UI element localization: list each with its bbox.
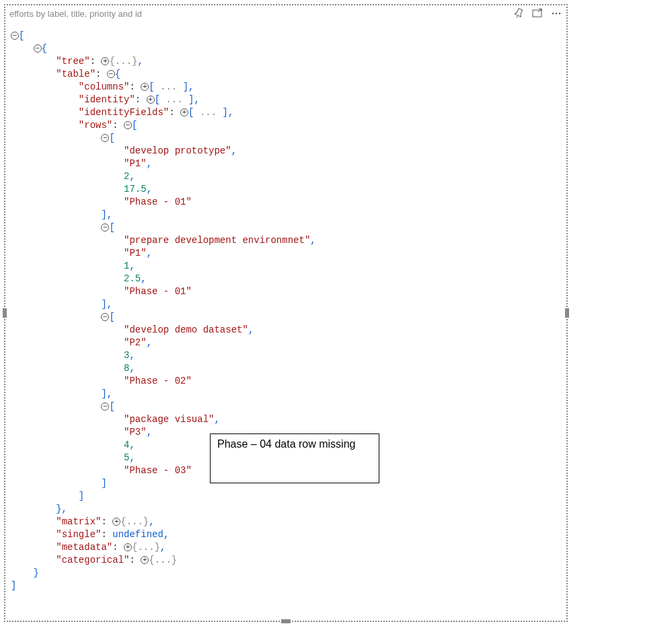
- svg-point-3: [559, 13, 560, 14]
- collapse-toggle-icon[interactable]: −: [11, 32, 19, 40]
- title-bar: efforts by label, title, priority and id: [5, 5, 566, 22]
- collapse-toggle-icon[interactable]: −: [101, 403, 109, 411]
- collapsed-object[interactable]: {...}: [109, 56, 137, 67]
- collapsed-object[interactable]: {...}: [132, 542, 160, 553]
- key-rows: rows: [84, 120, 107, 131]
- row-value: Phase - 03: [129, 465, 186, 476]
- key-identity: identity: [84, 94, 129, 105]
- focus-mode-icon[interactable]: [531, 7, 544, 20]
- resize-handle-bottom[interactable]: [281, 619, 291, 623]
- key-matrix: matrix: [62, 516, 96, 527]
- key-metadata: metadata: [62, 542, 107, 553]
- collapse-toggle-icon[interactable]: −: [124, 121, 132, 129]
- collapse-toggle-icon[interactable]: −: [101, 313, 109, 321]
- expand-toggle-icon[interactable]: +: [141, 83, 149, 91]
- svg-point-1: [552, 13, 554, 14]
- collapse-toggle-icon[interactable]: −: [107, 70, 115, 78]
- collapse-toggle-icon[interactable]: −: [101, 134, 109, 142]
- row-value: Phase - 01: [129, 197, 186, 207]
- expand-toggle-icon[interactable]: +: [141, 556, 149, 564]
- row-value: P1: [129, 248, 141, 258]
- collapsed-object[interactable]: {...}: [120, 516, 149, 527]
- title-actions: [513, 7, 562, 20]
- visual-title: efforts by label, title, priority and id: [9, 9, 513, 19]
- row-value: 2.5: [124, 273, 141, 284]
- row-value: package visual: [129, 414, 209, 425]
- row-value: P1: [129, 158, 141, 169]
- key-single: single: [62, 529, 96, 540]
- row-value: develop demo dataset: [129, 324, 242, 335]
- row-value: P3: [129, 427, 141, 438]
- expand-toggle-icon[interactable]: +: [101, 57, 109, 65]
- visual-container: efforts by label, title, priority and id…: [4, 4, 568, 622]
- resize-handle-right[interactable]: [565, 308, 569, 318]
- undefined-value: undefined: [112, 529, 163, 540]
- key-columns: columns: [84, 81, 124, 92]
- json-tree: −[ −{ "tree": +{...}, "table": −{ "colum…: [5, 22, 566, 598]
- collapsed-array[interactable]: ...: [155, 81, 183, 92]
- row-value: Phase - 02: [129, 376, 186, 386]
- pin-icon[interactable]: [513, 7, 525, 20]
- collapse-toggle-icon[interactable]: −: [101, 223, 109, 232]
- collapsed-array[interactable]: ...: [160, 94, 188, 105]
- annotation-callout: Phase – 04 data row missing: [210, 433, 379, 483]
- collapsed-array[interactable]: ...: [194, 107, 222, 118]
- expand-toggle-icon[interactable]: +: [124, 543, 132, 551]
- row-value: prepare development environmnet: [129, 235, 304, 246]
- expand-toggle-icon[interactable]: +: [112, 518, 120, 526]
- key-categorical: categorical: [62, 555, 124, 565]
- svg-rect-0: [533, 10, 542, 17]
- collapse-toggle-icon[interactable]: −: [34, 44, 42, 53]
- key-identity-fields: identityFields: [84, 107, 163, 118]
- row-value: Phase - 01: [129, 286, 186, 297]
- expand-toggle-icon[interactable]: +: [147, 96, 155, 104]
- row-value: P2: [129, 337, 141, 348]
- key-tree: tree: [62, 56, 85, 67]
- svg-point-2: [556, 13, 557, 14]
- row-value: develop prototype: [129, 145, 225, 156]
- collapsed-object[interactable]: {...}: [149, 555, 177, 565]
- resize-handle-left[interactable]: [3, 308, 7, 318]
- key-table: table: [62, 69, 90, 79]
- row-value: 17.5: [124, 184, 147, 195]
- expand-toggle-icon[interactable]: +: [180, 108, 188, 116]
- more-options-icon[interactable]: [550, 7, 562, 20]
